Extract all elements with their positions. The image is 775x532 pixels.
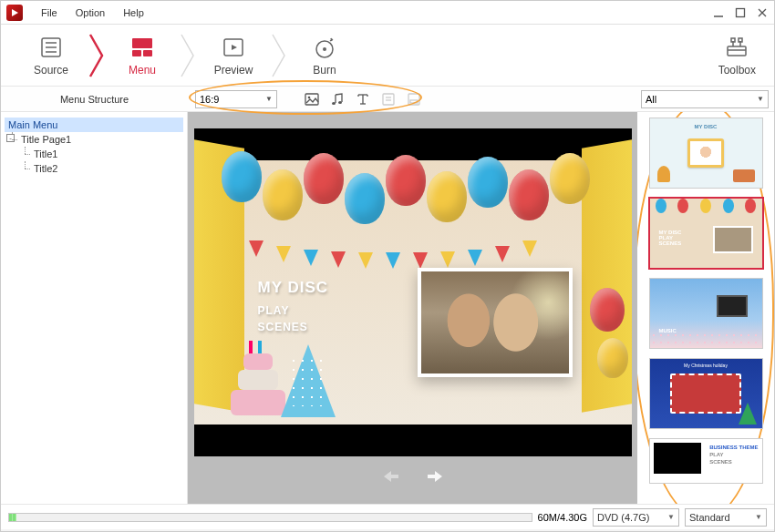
menu-structure-tree: Main Menu - Title Page1 Title1 Title2 [1,112,188,504]
prev-page-button[interactable] [382,469,400,484]
step-preview[interactable]: Preview [202,35,265,77]
next-page-button[interactable] [426,469,444,484]
music-icon[interactable] [327,89,347,109]
tpl-title: BUSINESS THEME [709,445,758,450]
toolbox-button[interactable]: Toolbox [718,35,756,77]
step-label: Source [34,64,68,77]
filter-value: All [646,94,656,105]
ratio-value: 16:9 [200,94,219,105]
tpl-title: My Christmas holiday [650,363,762,368]
chevron-icon [83,28,110,83]
image-icon[interactable] [302,89,322,109]
app-icon [6,5,23,21]
chapter-icon [378,89,398,109]
toolbar: Menu Structure 16:9 ▼ All ▼ [1,87,774,112]
template-list[interactable]: MY DISC MY DISCPLAYSCENES MUSIC My Chris… [637,112,774,504]
step-burn[interactable]: Burn [293,35,356,77]
tree-title2[interactable]: Title2 [5,161,183,176]
step-source[interactable]: Source [19,35,83,77]
menu-file[interactable]: File [32,7,67,18]
svg-rect-20 [731,38,735,42]
collapse-icon[interactable]: - [6,134,15,142]
svg-rect-21 [739,38,742,42]
svg-rect-10 [132,50,141,56]
title-thumbnail[interactable] [418,268,573,377]
svg-rect-35 [410,100,418,103]
template-thumb[interactable]: MY DISC [649,118,763,189]
svg-point-25 [332,101,336,104]
step-label: Preview [214,64,253,77]
source-icon [38,35,64,60]
svg-rect-11 [143,50,152,56]
svg-rect-31 [383,94,394,105]
tree-label: Title Page1 [21,134,71,145]
quality-select[interactable]: Standard▼ [685,508,767,527]
close-button[interactable] [756,6,769,19]
tree-title-page1[interactable]: - Title Page1 [5,132,183,147]
menu-icon [129,35,155,60]
canvas-area: MY DISC PLAY SCENES [188,112,637,504]
step-bar: Source Menu Preview Burn Toolbox [1,25,774,87]
disc-usage-text: 60M/4.30G [538,512,587,523]
toolbox-label: Toolbox [718,64,756,77]
toolbox-icon [724,35,749,60]
svg-marker-37 [428,471,442,482]
scene-bg: MY DISC PLAY SCENES [194,160,632,425]
svg-rect-2 [737,8,745,16]
maximize-button[interactable] [734,6,747,19]
svg-marker-36 [384,471,398,482]
disc-type-value: DVD (4.7G) [597,512,649,523]
template-filter-select[interactable]: All ▼ [641,90,769,108]
dropdown-icon: ▼ [667,513,675,521]
svg-point-15 [323,47,326,51]
preview-icon [221,35,246,60]
chevron-icon [265,28,293,83]
svg-marker-13 [232,45,237,50]
main-area: Main Menu - Title Page1 Title1 Title2 [1,112,774,504]
menu-title: MY DISC [258,279,329,297]
menu-help[interactable]: Help [114,7,153,18]
quality-value: Standard [689,512,730,523]
menu-play: PLAY [258,304,329,317]
tpl-play: PLAY [709,452,723,457]
menu-scenes: SCENES [258,321,329,333]
tree-main-menu[interactable]: Main Menu [5,118,183,132]
svg-marker-0 [12,9,18,16]
svg-point-24 [338,100,342,103]
tree-title1[interactable]: Title1 [5,147,183,161]
step-label: Menu [129,64,156,77]
svg-rect-16 [728,46,746,56]
disc-type-select[interactable]: DVD (4.7G)▼ [593,508,679,527]
burn-icon [312,35,337,60]
template-thumb[interactable]: My Christmas holiday [649,358,763,429]
title-bar: File Option Help [1,1,774,25]
dropdown-icon: ▼ [757,95,764,103]
template-thumb[interactable]: BUSINESS THEME PLAY SCENES [649,438,763,484]
menu-text-block[interactable]: MY DISC PLAY SCENES [258,279,329,333]
disc-usage-bar [8,513,532,522]
menu-option[interactable]: Option [67,7,114,18]
subtitle-icon [404,89,424,109]
minimize-button[interactable] [712,6,725,19]
step-menu[interactable]: Menu [110,35,174,77]
tpl-scenes: SCENES [709,459,732,465]
aspect-ratio-select[interactable]: 16:9 ▼ [195,90,277,108]
svg-point-23 [308,96,311,98]
tpl-title: MY DISC [650,124,762,129]
dropdown-icon: ▼ [265,95,273,103]
page-nav [194,462,632,491]
template-thumb[interactable]: MUSIC [649,278,763,349]
structure-label: Menu Structure [1,94,188,105]
step-label: Burn [313,64,336,77]
dropdown-icon: ▼ [755,513,762,521]
status-bar: 60M/4.30G DVD (4.7G)▼ Standard▼ [1,504,774,529]
template-thumb[interactable]: MY DISCPLAYSCENES [649,198,763,269]
menu-preview-canvas[interactable]: MY DISC PLAY SCENES [194,128,632,456]
svg-rect-9 [132,38,152,48]
text-icon[interactable] [353,89,373,109]
chevron-icon [174,28,202,83]
